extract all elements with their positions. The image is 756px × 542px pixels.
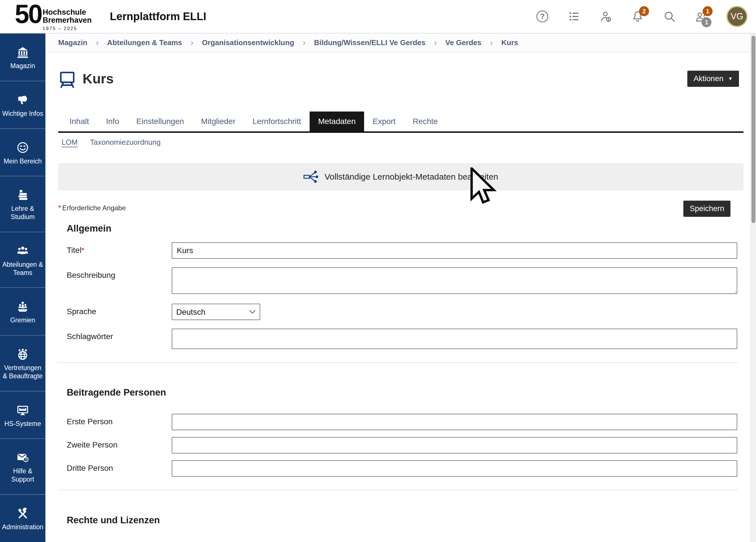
- form-row-schlagwoerter: Schlagwörter: [58, 329, 744, 349]
- app-header: 50 Hochschule Bremerhaven 1975 – 2025 Le…: [0, 0, 756, 33]
- tab-inhalt[interactable]: Inhalt: [61, 112, 98, 131]
- scrollbar-thumb[interactable]: [751, 36, 755, 223]
- notifications-bell-icon[interactable]: 2: [631, 10, 644, 23]
- hs-bremerhaven-logo[interactable]: 50 Hochschule Bremerhaven 1975 – 2025: [15, 2, 92, 31]
- subtab-bar: LOM Taxonomiezuordnung: [62, 138, 744, 147]
- tab-rechte[interactable]: Rechte: [404, 112, 446, 131]
- contacts-badge-total: 1: [702, 17, 711, 27]
- breadcrumb-item[interactable]: Ve Gerdes: [445, 38, 481, 47]
- svg-text:***: ***: [20, 407, 25, 411]
- tab-mitglieder[interactable]: Mitglieder: [192, 112, 244, 131]
- list-glyph: [568, 10, 581, 23]
- breadcrumb-item[interactable]: Bildung/Wissen/ELLI Ve Gerdes: [314, 38, 426, 47]
- section-heading-allgemein: Allgemein: [67, 223, 744, 234]
- tab-einstellungen[interactable]: Einstellungen: [128, 112, 192, 131]
- breadcrumb-separator: ›: [190, 38, 193, 47]
- required-note: *Erforderliche Angabe: [58, 201, 126, 212]
- breadcrumb: Magazin› Abteilungen & Teams› Organisati…: [45, 33, 750, 52]
- logo-name-line1: Hochschule: [43, 9, 92, 16]
- page-head: Kurs Aktionen ▼: [58, 62, 744, 96]
- globe-people-icon: [1, 347, 44, 361]
- page-title: Kurs: [83, 71, 114, 87]
- aktionen-label: Aktionen: [694, 74, 723, 83]
- header-icon-bar: ?: [536, 6, 747, 27]
- magnifier-glyph: [663, 10, 676, 23]
- aktionen-button[interactable]: Aktionen ▼: [687, 71, 739, 87]
- tab-bar: Inhalt Info Einstellungen Mitglieder Ler…: [58, 112, 744, 133]
- zweite-person-label: Zweite Person: [58, 437, 172, 449]
- titel-input[interactable]: [172, 242, 737, 259]
- tab-info[interactable]: Info: [98, 112, 128, 131]
- sidebar-item-vertretungen-beauftragte[interactable]: Vertretungen & Beauftragte: [0, 335, 45, 391]
- breadcrumb-separator: ›: [96, 38, 99, 47]
- sidebar-item-gremien[interactable]: Gremien: [0, 288, 45, 335]
- svg-text:?: ?: [25, 457, 27, 462]
- sidebar-item-hs-systeme[interactable]: *** HS-Systeme: [0, 391, 45, 439]
- search-icon[interactable]: [663, 10, 676, 23]
- sidebar-item-mein-bereich[interactable]: Mein Bereich: [0, 129, 45, 177]
- app-title: Lernplattform ELLI: [110, 10, 206, 23]
- breadcrumb-separator: ›: [490, 38, 493, 47]
- sidebar-item-abteilungen-teams[interactable]: Abteilungen & Teams: [0, 232, 45, 288]
- sidebar-label: HS-Systeme: [1, 420, 44, 428]
- zweite-person-input[interactable]: [172, 437, 737, 453]
- main-sidebar: Magazin Wichtige Infos Mein Bereich Lehr…: [0, 33, 45, 542]
- sidebar-label: Hilfe & Support: [1, 467, 44, 484]
- titel-label: Titel*: [58, 242, 172, 255]
- hub-share-icon: [303, 170, 319, 183]
- breadcrumb-separator: ›: [303, 38, 306, 47]
- speichern-button[interactable]: Speichern: [683, 201, 730, 217]
- help-icon[interactable]: ?: [536, 10, 549, 23]
- breadcrumb-separator: ›: [434, 38, 437, 47]
- form-row-beschreibung: Beschreibung: [58, 267, 744, 295]
- schlagwoerter-input[interactable]: [172, 329, 737, 349]
- sidebar-item-wichtige-infos[interactable]: Wichtige Infos: [0, 81, 45, 129]
- breadcrumb-item[interactable]: Abteilungen & Teams: [107, 38, 182, 47]
- section-divider: [58, 490, 738, 490]
- question-mark-glyph: ?: [536, 10, 548, 22]
- sidebar-item-magazin[interactable]: Magazin: [0, 33, 45, 81]
- contacts-badge-new: 1: [703, 6, 713, 16]
- contents-list-icon[interactable]: [568, 10, 581, 23]
- dritte-person-input[interactable]: [172, 460, 737, 477]
- tab-export[interactable]: Export: [364, 112, 404, 131]
- sidebar-label: Magazin: [1, 62, 44, 70]
- subtab-lom[interactable]: LOM: [62, 138, 77, 147]
- dritte-person-label: Dritte Person: [58, 460, 172, 473]
- edit-full-metadata-banner[interactable]: Vollständige Lernobjekt-Metadaten bearbe…: [58, 163, 744, 190]
- required-asterisk: *: [58, 203, 61, 212]
- sidebar-item-administration[interactable]: Administration: [0, 495, 45, 542]
- people-group-icon: [1, 244, 44, 258]
- breadcrumb-item[interactable]: Organisationsentwicklung: [202, 38, 294, 47]
- breadcrumb-item[interactable]: Kurs: [501, 38, 518, 47]
- sidebar-label: Administration: [1, 523, 44, 531]
- sidebar-item-hilfe-support[interactable]: ? Hilfe & Support: [0, 439, 45, 495]
- sidebar-label: Abteilungen & Teams: [1, 261, 44, 277]
- tab-metadaten[interactable]: Metadaten: [310, 112, 364, 131]
- beschreibung-label: Beschreibung: [58, 267, 172, 280]
- sidebar-item-lehre-studium[interactable]: Lehre & Studium: [0, 176, 45, 232]
- breadcrumb-item[interactable]: Magazin: [58, 38, 87, 47]
- course-easel-icon: [58, 70, 76, 88]
- erste-person-input[interactable]: [172, 414, 737, 430]
- form-row-zweite-person: Zweite Person: [58, 437, 744, 453]
- subtab-taxonomiezuordnung[interactable]: Taxonomiezuordnung: [90, 138, 161, 147]
- sprache-select[interactable]: Deutsch: [172, 304, 260, 320]
- tools-icon: [1, 507, 44, 520]
- erste-person-label: Erste Person: [58, 414, 172, 426]
- section-heading-rechte: Rechte und Lizenzen: [67, 515, 744, 526]
- user-status-icon[interactable]: [599, 10, 612, 23]
- sprache-label: Sprache: [58, 304, 172, 316]
- committee-icon: [1, 300, 44, 313]
- tab-lernfortschritt[interactable]: Lernfortschritt: [244, 112, 310, 131]
- contacts-icon[interactable]: 1 1: [695, 10, 708, 23]
- logo-50-mark: 50: [15, 2, 41, 26]
- section-divider: [58, 362, 738, 363]
- vertical-scrollbar: [750, 33, 756, 542]
- beschreibung-textarea[interactable]: [172, 267, 737, 294]
- user-avatar[interactable]: VG: [726, 6, 747, 27]
- schlagwoerter-label: Schlagwörter: [58, 329, 172, 341]
- form-row-titel: Titel*: [58, 242, 744, 259]
- sidebar-label: Gremien: [1, 316, 44, 324]
- sidebar-label: Vertretungen & Beauftragte: [1, 364, 44, 380]
